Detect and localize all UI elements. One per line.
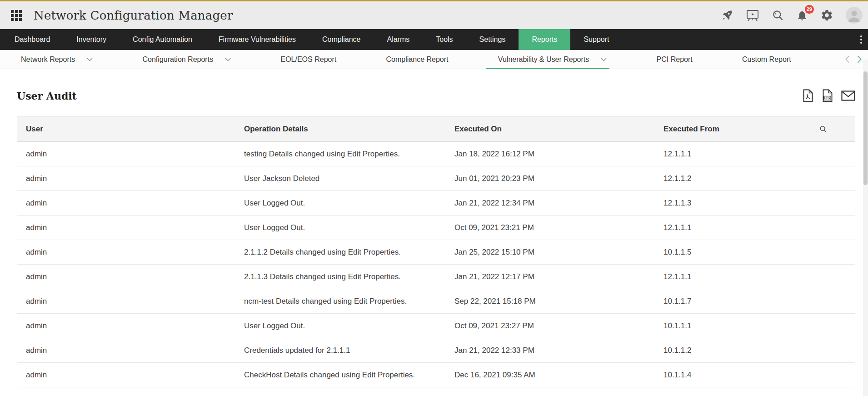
chevron-down-icon: [601, 58, 607, 61]
apps-grid-icon[interactable]: [11, 10, 22, 21]
vertical-scrollbar[interactable]: [863, 60, 868, 396]
cell-user: admin: [17, 223, 235, 232]
app-window: Network Configuration Manager: [0, 0, 868, 396]
nav-item-firmware-vulnerabilities[interactable]: Firmware Vulnerabilities: [205, 29, 309, 50]
cell-executed-from: 12.1.1.1: [654, 150, 855, 159]
chevron-down-icon: [225, 58, 231, 61]
cell-executed-on: Jan 21, 2022 12:17 PM: [445, 272, 654, 281]
cell-executed-on: Jan 18, 2022 16:12 PM: [445, 150, 654, 159]
main-content: User Audit CSV: [0, 89, 868, 387]
subnav-item-label: EOL/EOS Report: [280, 55, 336, 64]
cell-executed-from: 10.1.1.7: [654, 297, 855, 306]
table-row: admin Credentials updated for 2.1.1.1 Ja…: [17, 338, 855, 363]
nav-item-reports[interactable]: Reports: [519, 29, 570, 50]
table-header-row: User Operation Details Executed On Execu…: [17, 116, 855, 142]
cell-executed-on: Jan 21, 2022 12:33 PM: [445, 346, 654, 355]
cell-operation: Credentials updated for 2.1.1.1: [235, 346, 445, 355]
cell-user: admin: [17, 150, 235, 159]
cell-operation: 2.1.1.3 Details changed using Edit Prope…: [235, 272, 445, 281]
cell-operation: 2.1.1.2 Details changed using Edit Prope…: [235, 248, 445, 257]
nav-item-support[interactable]: Support: [570, 29, 622, 50]
table-row: admin 2.1.1.3 Details changed using Edit…: [17, 265, 855, 289]
cell-user: admin: [17, 346, 235, 355]
bell-icon[interactable]: 29: [796, 10, 808, 21]
kebab-menu-icon[interactable]: [858, 34, 864, 45]
subnav-item-label: Network Reports: [21, 55, 75, 64]
subnav-item-configuration-reports[interactable]: Configuration Reports: [143, 50, 231, 69]
scrollbar-thumb[interactable]: [863, 71, 868, 185]
subnav-item-label: Compliance Report: [386, 55, 449, 64]
search-icon[interactable]: [772, 9, 784, 21]
rocket-icon[interactable]: [721, 9, 733, 22]
topbar: Network Configuration Manager: [0, 1, 868, 29]
svg-text:CSV: CSV: [824, 96, 831, 100]
cell-executed-on: Sep 22, 2021 15:18 PM: [445, 297, 654, 306]
export-actions: CSV: [802, 89, 855, 102]
table-row: admin User Logged Out. Oct 09, 2021 23:2…: [17, 216, 855, 240]
table-search-icon[interactable]: [819, 125, 827, 133]
chevron-left-icon[interactable]: [845, 55, 850, 63]
subnav-item-label: PCI Report: [657, 55, 693, 64]
email-export-icon[interactable]: [841, 90, 855, 101]
cell-operation: User Logged Out.: [235, 223, 445, 232]
chevron-right-icon[interactable]: [857, 55, 862, 63]
table-row: admin User Jackson Deleted Jun 01, 2021 …: [17, 166, 855, 191]
user-avatar[interactable]: [846, 7, 863, 24]
cell-user: admin: [17, 248, 235, 257]
nav-item-dashboard[interactable]: Dashboard: [1, 29, 63, 50]
pdf-export-icon[interactable]: [802, 89, 813, 102]
subnav-item-label: Configuration Reports: [143, 55, 214, 64]
nav-item-settings[interactable]: Settings: [466, 29, 519, 50]
nav-item-compliance[interactable]: Compliance: [309, 29, 374, 50]
cell-executed-on: Jun 01, 2021 20:23 PM: [445, 174, 654, 183]
table-row: admin 2.1.1.2 Details changed using Edit…: [17, 240, 855, 265]
cell-user: admin: [17, 199, 235, 208]
subnav-item-network-reports[interactable]: Network Reports: [21, 50, 93, 69]
cell-executed-from: 10.1.1.4: [654, 371, 855, 380]
cell-executed-from: 12.1.1.1: [654, 223, 855, 232]
subnav-item-label: Custom Report: [742, 55, 791, 64]
cell-operation: User Logged Out.: [235, 321, 445, 331]
cell-user: admin: [17, 174, 235, 183]
nav-item-config-automation[interactable]: Config Automation: [120, 29, 205, 50]
user-audit-table: User Operation Details Executed On Execu…: [17, 116, 855, 387]
cell-operation: User Jackson Deleted: [235, 174, 445, 183]
cell-executed-on: Dec 16, 2021 09:35 AM: [445, 371, 654, 380]
cell-executed-on: Oct 09, 2021 23:27 PM: [445, 321, 654, 331]
table-row: admin CheckHost Details changed using Ed…: [17, 363, 855, 387]
table-row: admin User Logged Out. Jan 21, 2022 12:3…: [17, 191, 855, 216]
subnav-item-vulnerability-user-reports[interactable]: Vulnerability & User Reports: [498, 50, 607, 69]
cell-user: admin: [17, 321, 235, 331]
column-header-operation-details: Operation Details: [235, 125, 445, 134]
presentation-icon[interactable]: [746, 9, 759, 22]
subnav-item-custom-report[interactable]: Custom Report: [742, 50, 791, 69]
cell-executed-from: 12.1.1.2: [654, 174, 855, 183]
nav-item-tools[interactable]: Tools: [423, 29, 466, 50]
main-navbar: Dashboard Inventory Config Automation Fi…: [0, 29, 868, 50]
cell-executed-from: 10.1.1.2: [654, 346, 855, 355]
column-header-user: User: [17, 125, 235, 134]
gear-icon[interactable]: [820, 9, 833, 22]
subnav-item-pci-report[interactable]: PCI Report: [657, 50, 693, 69]
cell-operation: testing Details changed using Edit Prope…: [235, 150, 445, 159]
app-title: Network Configuration Manager: [34, 9, 233, 22]
cell-executed-from: 12.1.1.1: [654, 272, 855, 281]
subnav-scroll-arrows: [841, 50, 862, 69]
reports-subnav: Network Reports Configuration Reports EO…: [0, 50, 868, 69]
subnav-item-eol-eos-report[interactable]: EOL/EOS Report: [280, 50, 336, 69]
csv-export-icon[interactable]: CSV: [822, 89, 833, 102]
cell-executed-on: Jan 25, 2022 15:10 PM: [445, 248, 654, 257]
nav-item-inventory[interactable]: Inventory: [63, 29, 120, 50]
subnav-item-compliance-report[interactable]: Compliance Report: [386, 50, 449, 69]
topbar-actions: 29: [721, 7, 861, 24]
cell-executed-from: 12.1.1.3: [654, 199, 855, 208]
cell-operation: User Logged Out.: [235, 199, 445, 208]
cell-executed-on: Jan 21, 2022 12:34 PM: [445, 199, 654, 208]
cell-executed-from: 10.1.1.1: [654, 321, 855, 331]
page-title: User Audit: [17, 90, 77, 102]
cell-user: admin: [17, 272, 235, 281]
table-row: admin testing Details changed using Edit…: [17, 142, 855, 166]
nav-item-alarms[interactable]: Alarms: [374, 29, 423, 50]
table-row: admin User Logged Out. Oct 09, 2021 23:2…: [17, 314, 855, 338]
subnav-item-label: Vulnerability & User Reports: [498, 55, 589, 64]
